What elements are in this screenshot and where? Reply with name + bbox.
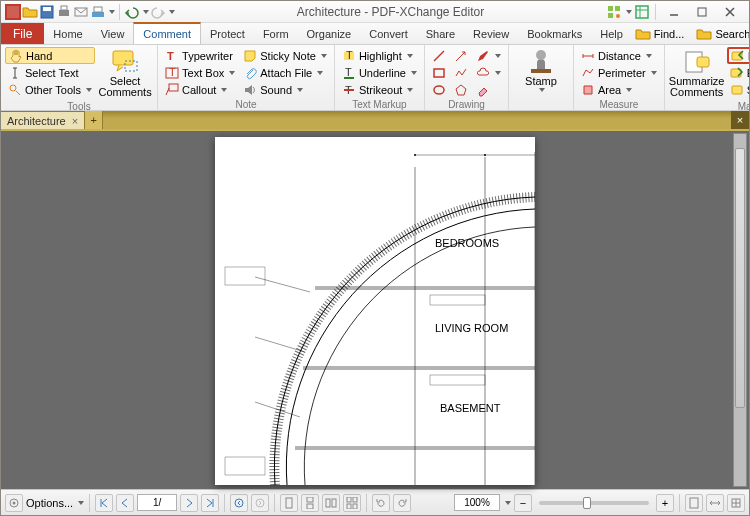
fit-visible-icon[interactable] (727, 494, 745, 512)
paperclip-icon (243, 66, 257, 80)
zoom-dropdown[interactable] (505, 501, 511, 505)
tab-comment[interactable]: Comment (133, 22, 201, 44)
close-button[interactable] (717, 3, 743, 21)
zoom-out-button[interactable]: − (514, 494, 532, 512)
tab-review[interactable]: Review (464, 23, 518, 44)
svg-rect-5 (61, 6, 67, 10)
qat-dropdown-icon[interactable] (109, 10, 115, 14)
area-tool[interactable]: Area (578, 81, 660, 98)
oval-tool[interactable] (429, 81, 449, 98)
zoom-input[interactable] (454, 494, 500, 511)
line-tool[interactable] (429, 47, 449, 64)
print-icon[interactable] (56, 4, 72, 20)
rotate-ccw-icon[interactable] (372, 494, 390, 512)
scrollbar-thumb[interactable] (735, 148, 745, 408)
polygon-tool[interactable] (451, 81, 471, 98)
prev-view-button[interactable] (230, 494, 248, 512)
tab-help[interactable]: Help (591, 23, 632, 44)
export-comments[interactable]: Export (727, 64, 750, 81)
sticky-note-tool[interactable]: Sticky Note (240, 47, 330, 64)
import-comments[interactable]: Import (727, 47, 750, 64)
layout-facing-cont-icon[interactable] (343, 494, 361, 512)
other-tools[interactable]: Other Tools (5, 81, 95, 98)
sound-tool[interactable]: Sound (240, 81, 330, 98)
tab-form[interactable]: Form (254, 23, 298, 44)
perimeter-icon (581, 66, 595, 80)
tab-organize[interactable]: Organize (298, 23, 361, 44)
ui-options-dropdown[interactable] (626, 10, 632, 14)
hand-tool[interactable]: Hand (5, 47, 95, 64)
group-note: TTypewriter TText Box Callout Sticky Not… (158, 45, 335, 110)
document-tab[interactable]: Architecture× (1, 111, 85, 129)
zoom-slider-knob[interactable] (583, 497, 591, 509)
svg-line-32 (456, 52, 465, 61)
stamp-tool[interactable]: Stamp (513, 47, 569, 107)
vertical-scrollbar[interactable] (733, 133, 747, 487)
zoom-slider[interactable] (539, 501, 649, 505)
strikeout-tool[interactable]: TStrikeout (339, 81, 420, 98)
rotate-cw-icon[interactable] (393, 494, 411, 512)
tab-share[interactable]: Share (417, 23, 464, 44)
layout-single-icon[interactable] (280, 494, 298, 512)
maximize-button[interactable] (689, 3, 715, 21)
highlight-tool[interactable]: THighlight (339, 47, 420, 64)
typewriter-tool[interactable]: TTypewriter (162, 47, 238, 64)
layout-continuous-icon[interactable] (301, 494, 319, 512)
next-page-button[interactable] (180, 494, 198, 512)
arrow-tool[interactable] (451, 47, 471, 64)
select-comments-tool[interactable]: Select Comments (97, 47, 153, 100)
find-button[interactable]: Find... (632, 24, 688, 44)
summarize-comments[interactable]: Summarize Comments (669, 47, 725, 100)
distance-tool[interactable]: Distance (578, 47, 660, 64)
prev-page-button[interactable] (116, 494, 134, 512)
layout-facing-icon[interactable] (322, 494, 340, 512)
tab-home[interactable]: Home (44, 23, 91, 44)
perimeter-tool[interactable]: Perimeter (578, 64, 660, 81)
typewriter-icon: T (165, 49, 179, 63)
ui-options-icon[interactable] (606, 4, 622, 20)
next-view-button[interactable] (251, 494, 269, 512)
mail-icon[interactable] (73, 4, 89, 20)
save-icon[interactable] (39, 4, 55, 20)
zoom-in-button[interactable]: + (656, 494, 674, 512)
file-tab[interactable]: File (1, 23, 44, 44)
open-icon[interactable] (22, 4, 38, 20)
rect-tool[interactable] (429, 64, 449, 81)
redo-icon[interactable] (150, 4, 166, 20)
undo-dropdown-icon[interactable] (143, 10, 149, 14)
fit-page-icon[interactable] (685, 494, 703, 512)
launch-icon[interactable] (634, 4, 650, 20)
tab-convert[interactable]: Convert (360, 23, 417, 44)
pencil-tool[interactable] (473, 47, 504, 64)
undo-icon[interactable] (124, 4, 140, 20)
first-page-button[interactable] (95, 494, 113, 512)
show-comments[interactable]: Show (727, 81, 750, 98)
hand-icon (9, 49, 23, 63)
svg-rect-57 (225, 457, 265, 475)
callout-tool[interactable]: Callout (162, 81, 238, 98)
cloud-tool[interactable] (473, 64, 504, 81)
folder-find-icon (635, 26, 651, 42)
options-button[interactable]: Options... (26, 497, 73, 509)
fit-width-icon[interactable] (706, 494, 724, 512)
search-button[interactable]: Search... (693, 24, 750, 44)
tab-bookmarks[interactable]: Bookmarks (518, 23, 591, 44)
new-tab-button[interactable]: + (85, 111, 103, 129)
eraser-tool[interactable] (473, 81, 504, 98)
doc-tab-close-icon[interactable]: × (72, 115, 78, 127)
polyline-tool[interactable] (451, 64, 471, 81)
document-viewport[interactable]: BEDROOMS LIVING ROOM BASEMENT (1, 129, 749, 489)
text-box-tool[interactable]: TText Box (162, 64, 238, 81)
last-page-button[interactable] (201, 494, 219, 512)
select-text-tool[interactable]: Select Text (5, 64, 95, 81)
scan-icon[interactable] (90, 4, 106, 20)
attach-file-tool[interactable]: Attach File (240, 64, 330, 81)
page-input[interactable] (137, 494, 177, 511)
close-all-tabs[interactable]: × (731, 111, 749, 129)
minimize-button[interactable] (661, 3, 687, 21)
group-drawing: Drawing (425, 45, 509, 110)
underline-tool[interactable]: TUnderline (339, 64, 420, 81)
options-gear-icon[interactable] (5, 494, 23, 512)
tab-view[interactable]: View (92, 23, 134, 44)
tab-protect[interactable]: Protect (201, 23, 254, 44)
